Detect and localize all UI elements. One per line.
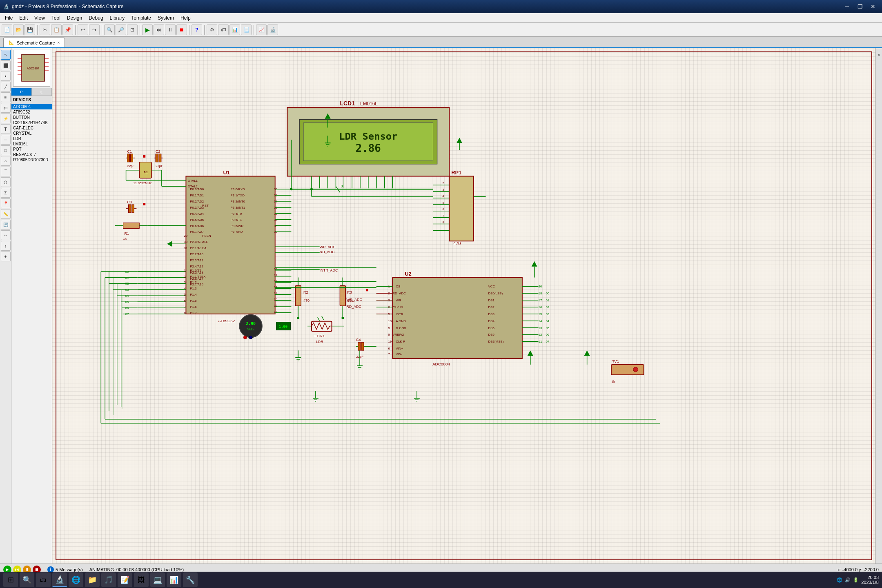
- menu-help[interactable]: Help: [177, 13, 194, 22]
- tool-select[interactable]: ↖: [1, 50, 11, 60]
- svg-text:LCD1: LCD1: [340, 100, 355, 107]
- tb-open[interactable]: 📂: [13, 24, 24, 35]
- tb-annotate[interactable]: 🏷: [218, 24, 229, 35]
- close-button[interactable]: ✕: [867, 2, 879, 11]
- menu-library[interactable]: Library: [107, 13, 128, 22]
- app-taskbar[interactable]: 💻: [150, 572, 165, 587]
- menu-debug[interactable]: Debug: [85, 13, 106, 22]
- comp-respack[interactable]: RESPACK-7: [11, 152, 52, 157]
- comp-crystal[interactable]: CRYSTAL: [11, 131, 52, 136]
- tb-redo[interactable]: ↪: [89, 24, 100, 35]
- component-list[interactable]: ADC0804 AT89C52 BUTTON C3216X7R1H474K CA…: [11, 104, 52, 564]
- comp-c3216[interactable]: C3216X7R1H474K: [11, 120, 52, 125]
- tb-help[interactable]: ?: [192, 24, 202, 35]
- svg-text:P1.3: P1.3: [190, 287, 197, 290]
- tool-rotate[interactable]: 🔄: [1, 220, 11, 229]
- tool-label[interactable]: 🏷: [1, 103, 11, 113]
- menu-view[interactable]: View: [31, 13, 48, 22]
- svg-text:X1: X1: [143, 170, 148, 174]
- tb-graph[interactable]: 📈: [256, 24, 267, 35]
- comp-ldr[interactable]: LDR: [11, 136, 52, 141]
- tool-circle[interactable]: ○: [1, 156, 11, 166]
- comp-adc0804[interactable]: ADC0804: [11, 104, 52, 109]
- menu-file[interactable]: File: [2, 13, 16, 22]
- svg-point-351: [310, 188, 313, 190]
- excel-taskbar[interactable]: 📊: [167, 572, 181, 587]
- svg-text:13: 13: [539, 326, 542, 330]
- tool-polygon[interactable]: ⬡: [1, 177, 11, 187]
- tool-measure[interactable]: 📏: [1, 209, 11, 219]
- search-button[interactable]: 🔍: [20, 572, 34, 587]
- comp-lm016l[interactable]: LM016L: [11, 141, 52, 147]
- panel-tab-l[interactable]: L: [32, 88, 52, 96]
- tool-flip-v[interactable]: ↕: [1, 241, 11, 251]
- svg-text:1k: 1k: [611, 380, 615, 384]
- minimize-button[interactable]: ─: [841, 2, 853, 11]
- tb-zoom-out[interactable]: 🔎: [116, 24, 126, 35]
- tool-flip-h[interactable]: ↔: [1, 230, 11, 240]
- tool-probe[interactable]: 📍: [1, 198, 11, 208]
- tb-netlist[interactable]: 📊: [229, 24, 240, 35]
- tool-line[interactable]: ─: [1, 135, 11, 145]
- tb-copy[interactable]: 📋: [51, 24, 62, 35]
- tb-zoom-in[interactable]: 🔍: [104, 24, 115, 35]
- menu-edit[interactable]: Edit: [16, 13, 31, 22]
- tool-bus[interactable]: ≡: [1, 92, 11, 102]
- svg-text:2.86: 2.86: [356, 142, 381, 154]
- menu-template[interactable]: Template: [128, 13, 154, 22]
- media-taskbar[interactable]: 🎵: [101, 572, 116, 587]
- tool-wire[interactable]: ╱: [1, 82, 11, 91]
- comp-button[interactable]: BUTTON: [11, 115, 52, 120]
- tb-fit[interactable]: ⊡: [127, 24, 138, 35]
- tool-arc[interactable]: ⌒: [1, 167, 11, 176]
- edge-taskbar[interactable]: 🌐: [69, 572, 83, 587]
- tb-step[interactable]: ⏭: [154, 24, 164, 35]
- tab-close[interactable]: ×: [58, 40, 60, 45]
- tb-stop[interactable]: ⏹: [176, 24, 187, 35]
- tb-new[interactable]: 📄: [2, 24, 12, 35]
- tb-paste[interactable]: 📌: [62, 24, 73, 35]
- dev-taskbar[interactable]: 🔧: [183, 572, 198, 587]
- tool-component[interactable]: ⬛: [1, 60, 11, 70]
- svg-rect-245: [295, 285, 301, 306]
- sep3: [102, 25, 102, 35]
- svg-text:ALE: ALE: [202, 240, 208, 244]
- tb-cut[interactable]: ✂: [40, 24, 50, 35]
- schematic-canvas[interactable]: LDR Sensor 2.86 LCD1 LM016L U1: [52, 48, 875, 564]
- tool-symbol[interactable]: Σ: [1, 188, 11, 198]
- menu-system[interactable]: System: [154, 13, 177, 22]
- system-clock[interactable]: 20:03 2023/1/8: [861, 575, 879, 585]
- tb-pause[interactable]: ⏸: [165, 24, 176, 35]
- sep2: [75, 25, 76, 35]
- tool-power[interactable]: ⚡: [1, 114, 11, 123]
- panel-tab-p[interactable]: P: [11, 88, 32, 96]
- svg-rect-355: [143, 203, 145, 205]
- tool-text[interactable]: T: [1, 124, 11, 134]
- tool-add[interactable]: +: [1, 252, 11, 261]
- word-taskbar[interactable]: 📝: [118, 572, 132, 587]
- comp-at89c52[interactable]: AT89C52: [11, 109, 52, 115]
- restore-button[interactable]: ❐: [854, 2, 866, 11]
- explorer-taskbar[interactable]: 📁: [85, 572, 100, 587]
- photos-taskbar[interactable]: 🖼: [134, 572, 149, 587]
- tool-rect[interactable]: □: [1, 145, 11, 155]
- tb-save[interactable]: 💾: [24, 24, 35, 35]
- titlebar-controls[interactable]: ─ ❐ ✕: [841, 2, 879, 11]
- tb-run[interactable]: ▶: [142, 24, 153, 35]
- proteus-taskbar[interactable]: 🔬: [52, 572, 67, 587]
- taskview-button[interactable]: 🗂: [36, 572, 51, 587]
- tb-sim[interactable]: 🔬: [267, 24, 278, 35]
- comp-cap-elec[interactable]: CAP-ELEC: [11, 125, 52, 131]
- svg-text:19: 19: [388, 340, 392, 343]
- tool-junction[interactable]: •: [1, 71, 11, 81]
- svg-text:P2.2/A10: P2.2/A10: [190, 252, 203, 256]
- tb-bom[interactable]: 📃: [241, 24, 252, 35]
- tb-undo[interactable]: ↩: [78, 24, 88, 35]
- comp-pot[interactable]: POT: [11, 147, 52, 152]
- start-button[interactable]: ⊞: [3, 572, 18, 587]
- menu-design[interactable]: Design: [64, 13, 85, 22]
- menu-tool[interactable]: Tool: [48, 13, 64, 22]
- comp-rt0805[interactable]: RT0805DRD0730R: [11, 157, 52, 163]
- tb-property[interactable]: ⚙: [207, 24, 217, 35]
- schematic-tab[interactable]: 📐 Schematic Capture ×: [3, 38, 65, 47]
